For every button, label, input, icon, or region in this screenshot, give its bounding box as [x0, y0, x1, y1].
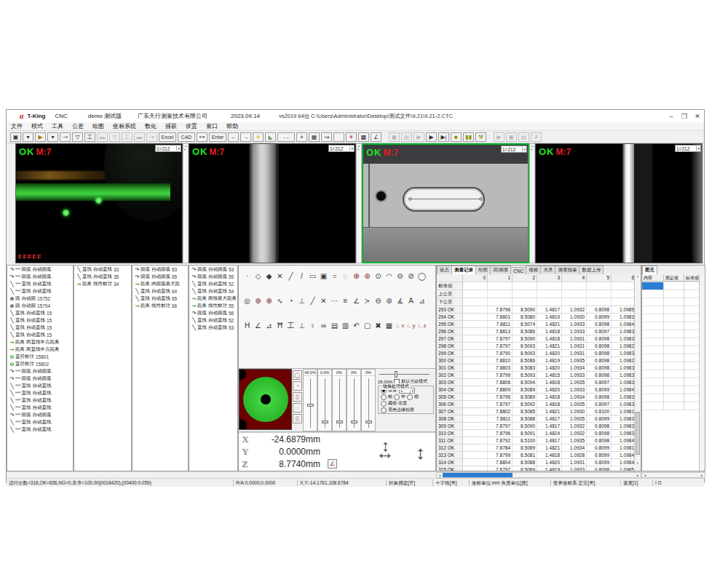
feature-item[interactable]: ⊸距离线性标注34	[74, 280, 131, 287]
diffuse-light-button[interactable]: ▒	[293, 392, 302, 402]
measure-tool-button[interactable]: Ħ	[274, 321, 285, 331]
master-light-slider[interactable]	[379, 371, 430, 377]
light-channel-slider-4[interactable]: 0%	[347, 369, 361, 431]
element-cell[interactable]	[684, 362, 700, 370]
slider-thumb[interactable]	[336, 420, 343, 423]
measure-tool-button[interactable]: ∟y	[405, 321, 416, 331]
menu-item-7[interactable]: 数化	[141, 122, 161, 130]
camera-view-2[interactable]: OKM:7 1=212▾	[189, 143, 356, 263]
measure-tool-button[interactable]: ◆	[264, 271, 274, 282]
camera3-scrollbar[interactable]	[529, 143, 535, 263]
element-cell[interactable]	[664, 386, 684, 394]
measure-tool-button[interactable]: ∠	[253, 321, 264, 331]
curve-button[interactable]: ↝	[321, 132, 332, 142]
element-cell[interactable]	[684, 298, 700, 306]
feature-item[interactable]: ⊸距离两直线中点距离	[7, 346, 73, 353]
element-cell[interactable]	[664, 378, 684, 386]
column-header[interactable]: 6	[612, 274, 635, 282]
measure-tool-button[interactable]: ⊥	[296, 321, 307, 331]
element-hscrollbar[interactable]: ◂ ▸	[641, 472, 705, 478]
probe-path-button[interactable]: ⊸	[60, 132, 71, 142]
measure-tool-button[interactable]: ◌	[340, 271, 351, 282]
feature-item[interactable]: ╲直线自动直线52	[189, 316, 237, 324]
camera1-scrollbar[interactable]	[183, 143, 189, 263]
element-cell[interactable]	[684, 370, 700, 378]
feature-item[interactable]: ⊸距离两直线中点距离	[7, 338, 73, 346]
measure-tool-button[interactable]: ⋯	[329, 296, 340, 306]
measure-tool-button[interactable]: ≻	[362, 296, 373, 306]
minimize-button[interactable]: –	[665, 113, 678, 120]
tab-element[interactable]: 图元	[642, 266, 657, 274]
column-header[interactable]: 2	[513, 274, 537, 282]
pause-button[interactable]: ▮▮	[463, 132, 474, 142]
save-button[interactable]: ▣	[10, 132, 21, 142]
tab-6[interactable]: 模板	[526, 266, 541, 274]
element-cell[interactable]	[664, 330, 684, 338]
save-dropdown[interactable]: ▾	[23, 132, 33, 142]
ibeam-tool-button[interactable]: 工	[84, 132, 95, 142]
selected-cell[interactable]	[642, 282, 664, 290]
measure-tool-button[interactable]: ◇	[253, 271, 264, 282]
feature-item[interactable]: ╲***直线自动直线	[7, 418, 73, 426]
menu-item-1[interactable]: 文件	[7, 122, 27, 130]
feature-item[interactable]: ↷***圆弧自动圆弧	[7, 367, 73, 375]
measure-tool-button[interactable]: ▥	[340, 321, 351, 331]
maximize-button[interactable]: ❐	[678, 113, 691, 120]
tab-7[interactable]: 夹具	[540, 266, 555, 274]
feature-item[interactable]: ╲***直线自动直线	[7, 389, 73, 396]
medium-radio[interactable]	[394, 394, 400, 400]
menu-item-6[interactable]: 坐标系统	[108, 122, 141, 130]
measure-tool-button[interactable]: ⊗	[264, 296, 274, 306]
scroll-left-icon[interactable]: ◂	[437, 473, 443, 477]
measurement-row[interactable]: 305 OK7.87968.50891.48181.09340.80981.09…	[437, 394, 635, 401]
forward-button[interactable]: →	[240, 132, 251, 142]
measure-tool-button[interactable]: ▤	[329, 321, 340, 331]
scroll-right-icon[interactable]: ▸	[699, 473, 705, 477]
feature-item[interactable]: ╲***直线自动直线	[7, 382, 73, 389]
stop-button[interactable]: ■	[451, 132, 462, 142]
column-header[interactable]: 1	[488, 274, 513, 282]
element-cell[interactable]	[684, 338, 700, 346]
feature-item[interactable]: ⊸距离线性标注55	[189, 302, 237, 309]
element-cell[interactable]	[664, 322, 684, 330]
element-row[interactable]	[642, 346, 700, 354]
table-vscrollbar[interactable]	[634, 274, 641, 465]
element-cell[interactable]	[642, 354, 664, 362]
measure-tool-button[interactable]: ◔	[285, 296, 296, 306]
measurement-row[interactable]: 304 OK7.88098.50891.48201.09330.80991.09…	[437, 386, 635, 394]
measure-tool-button[interactable]: ╱	[307, 296, 318, 306]
element-cell[interactable]	[642, 338, 664, 346]
measure-tool-button[interactable]: ↶	[351, 321, 362, 331]
element-row[interactable]	[642, 378, 700, 386]
measure-tool-button[interactable]: ⊕	[351, 271, 362, 282]
camera2-scrollbar[interactable]	[356, 143, 362, 263]
light-channel-slider-3[interactable]: 0%	[332, 369, 347, 431]
feature-item[interactable]: ↷***圆弧自动圆弧	[7, 266, 73, 273]
camera3-exposure-combo[interactable]: 1=212▾	[501, 146, 527, 153]
measurement-row[interactable]: 294 OK7.88018.50801.48191.09300.80991.09…	[437, 314, 635, 321]
camera-view-4[interactable]: OKM:7 1=212▾	[535, 143, 703, 263]
angle-button[interactable]: ∠	[371, 132, 381, 142]
menu-item-11[interactable]: 帮助	[222, 122, 242, 130]
measure-tool-button[interactable]: ✕	[318, 296, 329, 306]
tab-5[interactable]: CNC	[510, 267, 526, 274]
menu-item-3[interactable]: 工具	[47, 122, 68, 130]
camera4-exposure-combo[interactable]: 1=212▾	[675, 145, 701, 152]
element-cell[interactable]	[664, 282, 684, 290]
feature-item[interactable]: ╲直线自动直线15	[7, 324, 73, 331]
column-header[interactable]: 5	[587, 274, 612, 282]
element-cell[interactable]	[684, 346, 700, 354]
measurement-row[interactable]: 310 OK7.87968.50911.48241.09320.80981.09…	[437, 430, 635, 437]
xy-jog-arrows-icon[interactable]: ↔↕	[376, 442, 395, 464]
element-row[interactable]	[642, 290, 700, 298]
feature-item[interactable]: ╲直线自动直线35	[74, 273, 131, 280]
measurement-row[interactable]: 295 OK7.88118.50741.48211.09330.80981.09…	[437, 321, 635, 328]
measure-tool-button[interactable]: /	[296, 271, 307, 282]
tab-4[interactable]: 3D测量	[490, 266, 511, 274]
measure-tool-button[interactable]: ⊿	[264, 321, 274, 331]
measure-tool-button[interactable]: ∟x	[395, 321, 405, 331]
measure-tool-button[interactable]: ♀	[307, 321, 318, 331]
measurement-row[interactable]: 297 OK7.87978.50901.48181.09310.80981.09…	[437, 335, 635, 343]
column-header[interactable]: 0	[463, 274, 488, 282]
feature-item[interactable]: ╲***直线自动直线	[7, 280, 73, 287]
